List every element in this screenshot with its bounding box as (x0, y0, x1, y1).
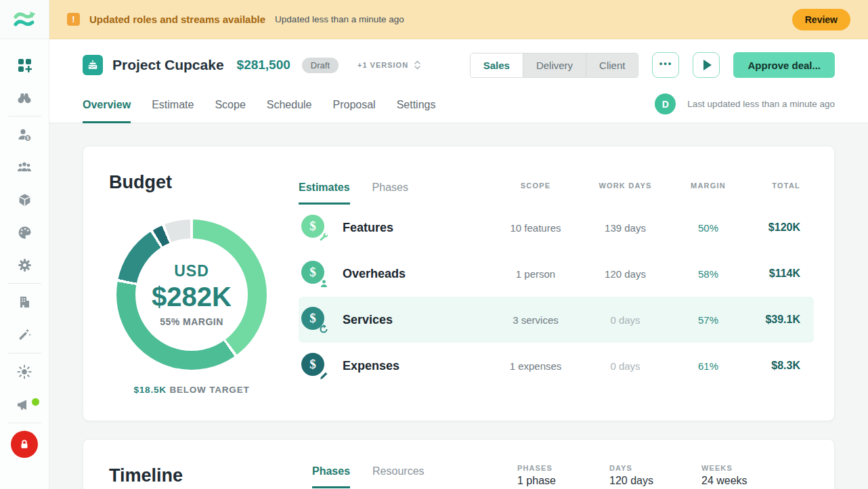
donut-margin: 55% MARGIN (160, 316, 223, 327)
last-updated-text: Last updated less than a minute ago (687, 99, 835, 109)
palette-icon[interactable] (0, 216, 49, 249)
package-icon[interactable] (0, 184, 49, 216)
mode-segmented-control: Sales Delivery Client (470, 53, 639, 78)
more-actions-button[interactable]: ••• (652, 52, 679, 78)
column-margin: MARGIN (664, 182, 752, 190)
tab-estimate[interactable]: Estimate (152, 99, 194, 123)
tab-scope[interactable]: Scope (215, 99, 245, 123)
sun-icon[interactable] (0, 356, 49, 388)
timeline-card: Timeline Phases Resources PHASES 1 phase… (83, 439, 835, 489)
budget-row-expenses[interactable]: $ Expenses 1 expenses 0 days 61% $8.3K (299, 343, 814, 389)
column-scope: SCOPE (485, 182, 586, 190)
banner-subtitle: Updated less than a minute ago (275, 14, 404, 24)
status-dot (31, 398, 40, 406)
main-tabs: Overview Estimate Scope Schedule Proposa… (83, 99, 435, 123)
binoculars-icon[interactable] (0, 81, 49, 114)
gear-icon[interactable] (0, 249, 49, 281)
tab-estimates[interactable]: Estimates (299, 182, 350, 205)
sidebar-divider (8, 283, 41, 284)
budget-row-services[interactable]: $ Services 3 services 0 days 57% $39.1K (299, 297, 814, 343)
budget-card-title: Budget (109, 172, 172, 193)
building-icon[interactable] (0, 286, 49, 318)
review-button[interactable]: Review (792, 9, 850, 30)
status-badge: Draft (302, 58, 339, 73)
project-amount: $281,500 (237, 58, 290, 72)
project-title: Project Cupcake (112, 57, 224, 73)
notification-banner: ! Updated roles and streams available Up… (49, 0, 868, 39)
dashboard-add-icon[interactable] (0, 49, 49, 81)
tab-settings[interactable]: Settings (397, 99, 436, 123)
budget-tabs: Estimates Phases (299, 182, 485, 205)
stat-weeks: WEEKS 24 weeks (701, 464, 794, 487)
project-header: Project Cupcake $281,500 Draft +1 VERSIO… (49, 39, 868, 123)
warning-icon: ! (67, 13, 80, 26)
donut-chart: USD $282K 55% MARGIN (116, 219, 267, 370)
budget-table: Estimates Phases SCOPE WORK DAYS MARGIN … (299, 167, 814, 389)
lock-icon[interactable] (11, 431, 38, 458)
waves-logo-icon (13, 10, 36, 29)
avatar[interactable]: D (655, 93, 676, 114)
below-target-note: $18.5K BELOW TARGET (116, 385, 267, 395)
donut-currency: USD (174, 262, 209, 280)
budget-table-header: Estimates Phases SCOPE WORK DAYS MARGIN … (299, 167, 814, 205)
chevron-up-down-icon (414, 60, 421, 70)
sidebar-divider (8, 116, 41, 116)
version-stepper[interactable]: +1 VERSION (357, 60, 421, 70)
team-icon[interactable] (0, 151, 49, 184)
segment-client[interactable]: Client (586, 54, 638, 77)
tab-overview[interactable]: Overview (83, 99, 131, 123)
sidebar-nav: $ (0, 39, 49, 489)
sidebar-divider (8, 423, 41, 423)
coin-pencil-icon: $ (301, 353, 327, 379)
budget-row-overheads[interactable]: $ Overheads 1 person 120 days 58% $114K (299, 251, 814, 297)
tab-phases[interactable]: Phases (372, 182, 408, 205)
approve-deal-button[interactable]: Approve deal... (733, 52, 835, 78)
app-window: ! Updated roles and streams available Up… (0, 0, 868, 489)
timeline-tabs: Phases Resources (312, 465, 425, 488)
column-total: TOTAL (752, 182, 814, 190)
timeline-stats: PHASES 1 phase DAYS 120 days WEEKS 24 we… (517, 464, 794, 487)
cake-icon (83, 55, 103, 75)
play-button[interactable] (693, 52, 720, 78)
last-updated-chip: D Last updated less than a minute ago (655, 93, 835, 114)
client-dollar-icon[interactable]: $ (0, 119, 49, 151)
coin-refresh-icon: $ (301, 307, 327, 333)
stat-days: DAYS 120 days (609, 464, 701, 487)
budget-donut: USD $282K 55% MARGIN $18.5K BELOW TARGET (116, 219, 267, 395)
segment-delivery[interactable]: Delivery (523, 54, 586, 77)
top-bar: ! Updated roles and streams available Up… (0, 0, 868, 39)
tab-proposal[interactable]: Proposal (333, 99, 376, 123)
stat-phases: PHASES 1 phase (517, 464, 609, 487)
donut-total: $282K (152, 282, 232, 312)
coin-wrench-icon: $ (301, 215, 327, 240)
magic-wand-icon[interactable] (0, 318, 49, 351)
coin-person-icon: $ (301, 261, 327, 286)
megaphone-icon[interactable] (0, 388, 49, 421)
sidebar-divider (8, 353, 41, 354)
budget-card: Budget USD $282K 55% MARGIN $18.5K BELOW… (83, 146, 835, 421)
segment-sales[interactable]: Sales (471, 54, 523, 77)
column-work-days: WORK DAYS (586, 182, 664, 190)
tab-timeline-phases[interactable]: Phases (312, 465, 350, 488)
timeline-card-title: Timeline (109, 465, 183, 486)
page-content: Budget USD $282K 55% MARGIN $18.5K BELOW… (49, 123, 868, 489)
version-label: +1 VERSION (357, 61, 408, 69)
budget-row-features[interactable]: $ Features 10 features 139 days 50% $120… (299, 205, 814, 251)
tab-schedule[interactable]: Schedule (267, 99, 312, 123)
app-logo[interactable] (0, 0, 49, 39)
play-icon (703, 60, 712, 70)
tab-timeline-resources[interactable]: Resources (372, 465, 424, 488)
svg-text:$: $ (26, 135, 29, 141)
banner-title: Updated roles and streams available (89, 14, 265, 25)
